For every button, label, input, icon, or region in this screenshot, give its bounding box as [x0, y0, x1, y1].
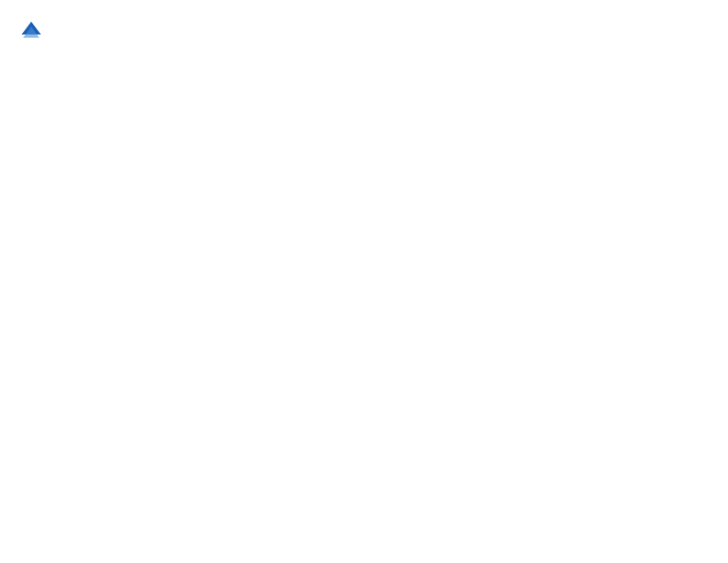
page-header — [18, 18, 710, 44]
logo-icon — [18, 18, 44, 44]
logo — [18, 18, 48, 44]
